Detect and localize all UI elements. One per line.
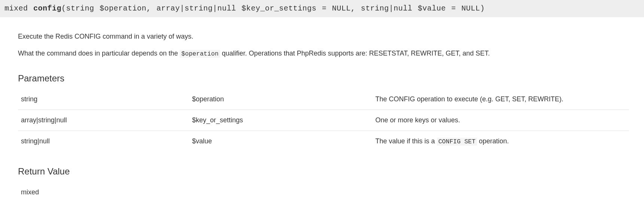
description-text: qualifier. Operations that PhpRedis supp… xyxy=(220,50,490,57)
description: Execute the Redis CONFIG command in a va… xyxy=(18,32,629,59)
parameters-heading: Parameters xyxy=(18,72,629,85)
param-desc-text: operation. xyxy=(477,137,509,145)
param-type: string xyxy=(18,89,189,110)
param-name: $value xyxy=(189,131,373,152)
inline-code-operation: $operation xyxy=(180,50,220,58)
param-desc-text: The value if this is a xyxy=(376,137,437,145)
param-description: The value if this is a CONFIG SET operat… xyxy=(373,131,629,152)
param-name: $key_or_settings xyxy=(189,110,373,131)
description-line-2: What the command does in particular depe… xyxy=(18,48,629,59)
inline-code: CONFIG SET xyxy=(437,138,477,146)
method-name: config xyxy=(33,4,61,13)
return-type: mixed xyxy=(4,4,28,13)
param-description: One or more keys or values. xyxy=(373,110,629,131)
description-text: What the command does in particular depe… xyxy=(18,50,180,57)
sig-params: (string $operation, array|string|null $k… xyxy=(61,4,485,13)
content-area: Execute the Redis CONFIG command in a va… xyxy=(0,17,644,205)
table-row: string$operationThe CONFIG operation to … xyxy=(18,89,629,110)
return-value-heading: Return Value xyxy=(18,165,629,178)
table-row: array|string|null$key_or_settingsOne or … xyxy=(18,110,629,131)
parameters-table: string$operationThe CONFIG operation to … xyxy=(18,89,629,152)
param-type: array|string|null xyxy=(18,110,189,131)
return-value: mixed xyxy=(18,182,629,197)
description-line-1: Execute the Redis CONFIG command in a va… xyxy=(18,32,629,42)
param-name: $operation xyxy=(189,89,373,110)
table-row: string|null$valueThe value if this is a … xyxy=(18,131,629,152)
method-signature: mixed config(string $operation, array|st… xyxy=(0,0,644,17)
param-type: string|null xyxy=(18,131,189,152)
param-description: The CONFIG operation to execute (e.g. GE… xyxy=(373,89,629,110)
